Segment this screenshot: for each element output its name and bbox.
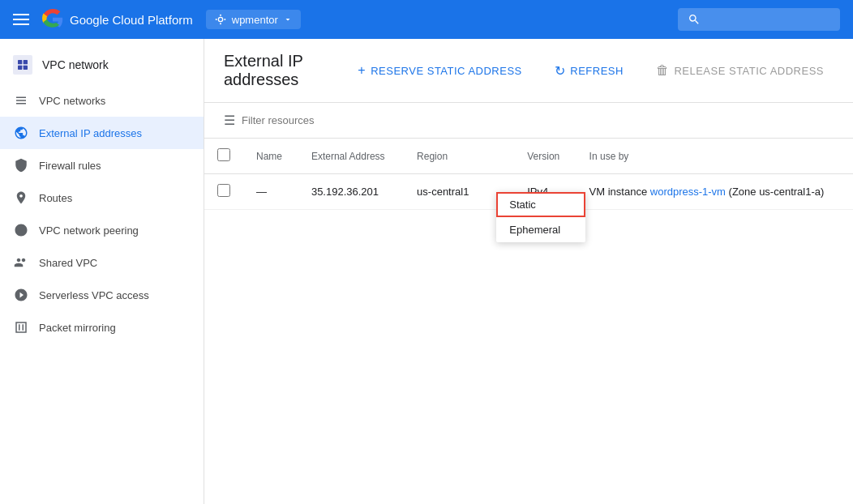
dropdown-item-static[interactable]: Static [496,192,585,217]
row-region: us-central1 [404,174,487,210]
delete-icon: 🗑 [656,63,670,78]
release-static-address-button[interactable]: 🗑 RELEASE STATIC ADDRESS [646,58,834,83]
reserve-button-label: RESERVE STATIC ADDRESS [371,65,522,77]
external-ip-icon [13,125,29,141]
col-in-use-by: In use by [577,139,853,174]
page-title: External IP addresses [224,52,335,89]
row-checkbox[interactable] [217,184,230,197]
vpc-networks-icon [13,92,29,109]
sidebar-header: VPC network [0,45,204,84]
sidebar-item-shared-vpc[interactable]: Shared VPC [0,246,204,279]
svg-point-4 [224,19,225,20]
search-area[interactable] [678,8,840,31]
release-button-label: RELEASE STATIC ADDRESS [674,65,824,77]
sidebar-title: VPC network [42,58,109,71]
sidebar-item-routes-label: Routes [39,192,72,204]
hamburger-menu[interactable] [13,14,29,25]
refresh-icon: ↻ [555,63,566,79]
mirroring-icon [13,319,29,335]
col-version: Version [514,139,576,174]
svg-rect-7 [18,66,22,70]
refresh-button-label: REFRESH [570,65,624,77]
main-content: External IP addresses + RESERVE STATIC A… [204,39,853,504]
vm-instance-link[interactable]: wordpress-1-vm [650,186,726,198]
filter-bar: ☰ [204,103,853,139]
col-region: Region [404,139,487,174]
sidebar-item-vpc-networks[interactable]: VPC networks [0,84,204,117]
col-external-address: External Address [298,139,404,174]
vpc-network-icon [13,55,32,75]
filter-input[interactable] [242,114,834,126]
svg-point-1 [220,15,221,16]
sidebar-item-peering-label: VPC network peering [39,224,139,237]
sidebar-item-routes[interactable]: Routes [0,182,204,214]
table-row: — 35.192.36.201 us-central1 Static Ephem… [204,174,853,210]
filter-icon: ☰ [224,113,235,128]
table-container: Name External Address Region Version In … [204,139,853,504]
svg-rect-8 [24,66,28,70]
row-name: — [243,174,298,210]
firewall-icon [13,157,29,173]
app-name: Google Cloud Platform [70,13,193,27]
sidebar-item-packet-mirroring[interactable]: Packet mirroring [0,311,204,344]
network-icon [16,58,29,71]
svg-rect-6 [24,60,28,64]
svg-rect-5 [18,60,22,64]
refresh-button[interactable]: ↻ REFRESH [545,58,633,84]
ip-addresses-table: Name External Address Region Version In … [204,139,853,210]
select-all-checkbox[interactable] [217,148,230,161]
gcp-logo-icon [42,9,63,30]
plus-icon: + [358,63,366,78]
col-type [487,139,514,174]
sidebar-item-external-ip[interactable]: External IP addresses [0,117,204,149]
chevron-down-icon [283,15,293,24]
row-type-cell: Static Ephemeral [487,174,514,210]
sidebar-item-external-ip-label: External IP addresses [39,127,142,139]
sidebar-item-serverless[interactable]: Serverless VPC access [0,279,204,311]
sidebar-item-serverless-label: Serverless VPC access [39,289,149,301]
col-name: Name [243,139,298,174]
row-external-address: 35.192.36.201 [298,174,404,210]
top-header: Google Cloud Platform wpmentor [0,0,853,39]
svg-point-2 [220,23,221,24]
dropdown-item-ephemeral[interactable]: Ephemeral [496,217,585,242]
sidebar-item-shared-vpc-label: Shared VPC [39,257,97,269]
page-header: External IP addresses + RESERVE STATIC A… [204,39,853,103]
sidebar-item-vpc-peering[interactable]: VPC network peering [0,214,204,246]
project-selector[interactable]: wpmentor [206,10,301,29]
project-icon [214,13,227,26]
reserve-static-address-button[interactable]: + RESERVE STATIC ADDRESS [348,58,531,83]
sidebar-item-mirroring-label: Packet mirroring [39,322,116,334]
app-logo: Google Cloud Platform [42,9,193,30]
type-dropdown-menu: Static Ephemeral [496,192,585,242]
sidebar-item-firewall-label: Firewall rules [39,160,101,172]
routes-icon [13,190,29,206]
project-name: wpmentor [232,14,278,26]
sidebar: VPC network VPC networks External IP add… [0,39,204,504]
svg-point-3 [215,19,216,20]
row-in-use-by: VM instance wordpress-1-vm (Zone us-cent… [577,174,853,210]
shared-vpc-icon [13,254,29,271]
peering-icon [13,222,29,238]
svg-point-0 [218,17,222,21]
sidebar-item-vpc-networks-label: VPC networks [39,95,105,107]
main-layout: VPC network VPC networks External IP add… [0,39,853,504]
search-icon [688,13,701,26]
serverless-icon [13,287,29,303]
sidebar-item-firewall-rules[interactable]: Firewall rules [0,149,204,182]
